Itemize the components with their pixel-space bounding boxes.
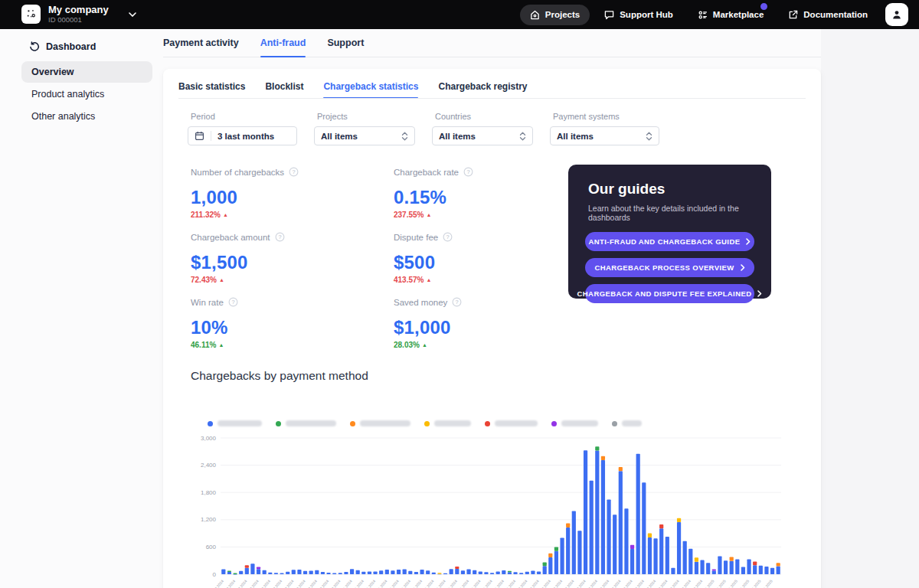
svg-text:2,400: 2,400 [201, 462, 217, 469]
svg-text:05.11.2024: 05.11.2024 [361, 579, 376, 588]
divider [178, 98, 806, 99]
sidebar-item-dashboard[interactable]: Dashboard [0, 36, 163, 57]
legend-item-1[interactable] [208, 420, 262, 426]
stat-label-text: Dispute fee [394, 233, 438, 242]
stat-change-text: 72.43% [191, 276, 217, 284]
nav-button-documentation[interactable]: Documentation [778, 5, 878, 25]
svg-text:?: ? [278, 234, 281, 240]
stat-value: 0.15% [394, 187, 473, 208]
chevron-down-icon[interactable] [129, 12, 136, 17]
stat-change-text: 211.32% [191, 211, 221, 219]
select-arrows-icon [401, 132, 408, 141]
legend-dot [485, 421, 490, 426]
legend-item-6[interactable] [551, 420, 598, 426]
guide-button-1[interactable]: ANTI-FRAUD AND CHARGEBACK GUIDE [585, 232, 754, 251]
nav-button-support-hub[interactable]: Support Hub [594, 5, 683, 25]
help-icon[interactable]: ? [275, 232, 285, 242]
guide-button-2[interactable]: CHARGEBACK PROCESS OVERVIEW [585, 258, 754, 277]
nav-label: Support Hub [620, 10, 673, 19]
stat-value: $500 [394, 252, 473, 273]
legend-label-redacted [434, 420, 471, 426]
notification-badge [759, 2, 769, 11]
subtab-chargeback-statistics[interactable]: Chargeback statistics [323, 75, 418, 98]
guide-button-label: CHARGEBACK AND DISPUTE FEE EXPLAINED [577, 289, 752, 298]
stat-change: 72.43%▲ [191, 276, 394, 284]
trend-up-icon: ▲ [422, 342, 427, 348]
sidebar-section-label: Dashboard [46, 41, 96, 52]
svg-text:25.11.2024: 25.11.2024 [478, 579, 493, 588]
legend-item-2[interactable] [276, 420, 336, 426]
help-icon[interactable]: ? [463, 167, 473, 177]
help-icon[interactable]: ? [452, 297, 462, 307]
chart-canvas: 06001,2001,8002,4003,00010.10.202412.10.… [188, 433, 812, 588]
legend-label-redacted [217, 420, 262, 426]
filter-value: All items [557, 132, 594, 141]
filter-projects: ProjectsAll items [314, 112, 415, 145]
stat-change: 46.11%▲ [191, 341, 394, 349]
help-icon[interactable]: ? [443, 232, 453, 242]
stat-win-rate: Win rate?10%46.11%▲ [191, 297, 394, 349]
sidebar: Dashboard OverviewProduct analyticsOther… [0, 29, 163, 588]
stat-label-text: Chargeback amount [191, 233, 270, 242]
svg-text:11.11.2024: 11.11.2024 [396, 579, 411, 588]
stat-label: Chargeback amount? [191, 232, 394, 242]
legend-label-redacted [561, 420, 598, 426]
date-range-field[interactable]: 3 last months [188, 126, 297, 145]
chevron-right-icon [746, 238, 751, 245]
sidebar-item-overview[interactable]: Overview [21, 61, 152, 83]
account-button[interactable] [885, 3, 908, 26]
stat-label: Number of chargebacks? [191, 167, 394, 177]
stat-dispute-fee: Dispute fee?$500413.57%▲ [394, 232, 473, 284]
company-switcher[interactable]: My company ID 000001 [21, 5, 136, 24]
legend-item-5[interactable] [485, 420, 538, 426]
sidebar-item-other-analytics[interactable]: Other analytics [21, 106, 152, 127]
stat-change: 28.03%▲ [394, 341, 473, 349]
home-icon [530, 10, 540, 20]
stat-chargeback-amount: Chargeback amount?$1,50072.43%▲ [191, 232, 394, 284]
nav-label: Projects [545, 10, 580, 19]
guides-card: Our guides Learn about the key details i… [568, 165, 771, 299]
help-icon[interactable]: ? [289, 167, 299, 177]
tab-payment-activity[interactable]: Payment activity [163, 29, 239, 57]
svg-text:?: ? [231, 299, 234, 305]
svg-text:07.11.2024: 07.11.2024 [373, 579, 388, 588]
tab-support[interactable]: Support [327, 29, 364, 57]
legend-item-3[interactable] [350, 420, 410, 426]
select-field[interactable]: All items [314, 126, 415, 145]
nav-button-projects[interactable]: Projects [520, 5, 590, 25]
svg-text:23.11.2024: 23.11.2024 [466, 579, 482, 588]
nav-button-marketplace[interactable]: Marketplace [688, 5, 773, 25]
help-icon[interactable]: ? [228, 297, 238, 307]
stat-change: 413.57%▲ [394, 276, 473, 284]
subtab-chargeback-registry[interactable]: Chargeback registry [438, 75, 527, 98]
guide-button-3[interactable]: CHARGEBACK AND DISPUTE FEE EXPLAINED [585, 284, 754, 303]
select-field[interactable]: All items [550, 126, 659, 145]
filters-row: Period3 last monthsProjectsAll itemsCoun… [188, 112, 659, 145]
subtab-blocklist[interactable]: Blocklist [265, 75, 303, 98]
stat-label: Dispute fee? [394, 232, 473, 242]
tab-anti-fraud[interactable]: Anti-fraud [260, 29, 306, 57]
legend-label-redacted [360, 420, 410, 426]
select-field[interactable]: All items [432, 126, 533, 145]
sidebar-item-product-analytics[interactable]: Product analytics [21, 83, 152, 105]
guides-subtitle: Learn about the key details included in … [588, 204, 751, 222]
chart-title: Chargebacks by payment method [191, 369, 368, 383]
svg-text:?: ? [466, 168, 469, 175]
guide-button-label: CHARGEBACK PROCESS OVERVIEW [594, 263, 734, 272]
stat-label-text: Number of chargebacks [191, 168, 284, 177]
main-tabs: Payment activityAnti-fraudSupport [163, 29, 821, 57]
legend-item-7[interactable] [612, 420, 642, 426]
filter-period: Period3 last months [188, 112, 297, 145]
stat-chargeback-rate: Chargeback rate?0.15%237.55%▲ [394, 167, 473, 219]
subtab-basic-statistics[interactable]: Basic statistics [178, 75, 245, 98]
legend-dot [612, 421, 617, 426]
select-arrows-icon [646, 132, 652, 141]
filter-label: Payment systems [553, 112, 659, 121]
stat-value: $1,500 [191, 252, 394, 273]
svg-text:1,800: 1,800 [201, 489, 217, 496]
legend-label-redacted [495, 420, 538, 426]
select-arrows-icon [519, 132, 526, 141]
legend-item-4[interactable] [424, 420, 471, 426]
chat-icon [604, 10, 614, 20]
stats-grid: Number of chargebacks?1,000211.32%▲Charg… [191, 167, 473, 349]
